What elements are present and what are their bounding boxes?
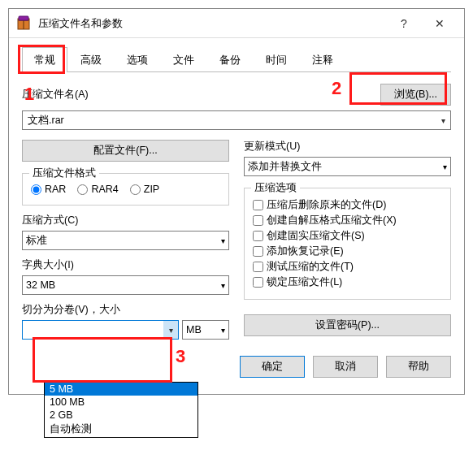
format-zip[interactable]: ZIP <box>130 184 159 195</box>
annotation-number-2: 2 <box>332 78 341 99</box>
close-button[interactable]: ✕ <box>422 11 458 37</box>
opt-lock[interactable]: 锁定压缩文件(L) <box>253 275 442 289</box>
split-size-input[interactable] <box>23 321 163 339</box>
chevron-down-icon: ▾ <box>443 162 447 171</box>
split-size-combo[interactable]: ▾ <box>22 320 179 340</box>
ok-button[interactable]: 确定 <box>240 356 305 378</box>
help-button[interactable]: ? <box>386 11 422 37</box>
chevron-down-icon[interactable]: ▾ <box>163 321 178 339</box>
split-option[interactable]: 100 MB <box>45 396 197 403</box>
annotation-number-3: 3 <box>176 346 185 367</box>
format-group-title: 压缩文件格式 <box>29 167 99 180</box>
chevron-down-icon: ▾ <box>221 326 225 335</box>
compression-method-select[interactable]: 标准 ▾ <box>22 231 229 250</box>
split-size-dropdown[interactable]: 5 MB 100 MB 2 GB 自动检测 <box>44 382 198 403</box>
format-rar[interactable]: RAR <box>31 184 66 195</box>
chevron-down-icon: ▾ <box>221 281 225 290</box>
options-group-title: 压缩选项 <box>251 181 300 195</box>
tab-files[interactable]: 文件 <box>161 47 206 72</box>
annotation-number-1: 1 <box>24 84 34 105</box>
update-mode-label: 更新模式(U) <box>244 140 451 154</box>
update-mode-select[interactable]: 添加并替换文件 ▾ <box>244 157 451 176</box>
opt-test[interactable]: 测试压缩的文件(T) <box>253 260 442 274</box>
tab-general[interactable]: 常规 <box>22 47 67 72</box>
format-rar4[interactable]: RAR4 <box>77 184 118 195</box>
content-area: 常规 高级 选项 文件 备份 时间 注释 压缩文件名(A) 浏览(B)... ▾… <box>9 38 464 394</box>
titlebar: 压缩文件名和参数 ? ✕ <box>9 9 464 38</box>
split-label: 切分为分卷(V)，大小 <box>22 303 229 317</box>
opt-sfx[interactable]: 创建自解压格式压缩文件(X) <box>253 214 442 227</box>
window-title: 压缩文件名和参数 <box>38 16 386 31</box>
opt-delete-after[interactable]: 压缩后删除原来的文件(D) <box>253 198 442 212</box>
help-button-footer[interactable]: 帮助 <box>386 356 451 378</box>
dialog-window: 压缩文件名和参数 ? ✕ 常规 高级 选项 文件 备份 时间 注释 压缩文件名(… <box>8 8 465 395</box>
dialog-footer: 确定 取消 帮助 <box>22 351 451 378</box>
tab-options[interactable]: 选项 <box>115 47 160 72</box>
archive-name-input[interactable] <box>23 111 436 129</box>
opt-solid[interactable]: 创建固实压缩文件(S) <box>253 229 442 243</box>
dictionary-size-select[interactable]: 32 MB ▾ <box>22 275 229 295</box>
update-mode-value: 添加并替换文件 <box>248 160 322 174</box>
set-password-button[interactable]: 设置密码(P)... <box>244 314 451 336</box>
opt-recovery[interactable]: 添加恢复记录(E) <box>253 244 442 258</box>
tab-bar: 常规 高级 选项 文件 备份 时间 注释 <box>22 46 451 72</box>
tab-advanced[interactable]: 高级 <box>68 47 114 72</box>
tab-backup[interactable]: 备份 <box>207 47 253 72</box>
method-label: 压缩方式(C) <box>22 214 229 227</box>
chevron-down-icon: ▾ <box>221 236 225 245</box>
cancel-button[interactable]: 取消 <box>313 356 378 378</box>
archive-name-combo[interactable]: ▾ <box>22 110 451 130</box>
tab-time[interactable]: 时间 <box>254 47 299 72</box>
method-value: 标准 <box>26 234 47 248</box>
svg-rect-3 <box>19 16 28 20</box>
app-icon <box>15 15 32 32</box>
profiles-button[interactable]: 配置文件(F)... <box>22 140 229 162</box>
browse-button[interactable]: 浏览(B)... <box>380 84 451 106</box>
tab-comment[interactable]: 注释 <box>300 47 345 72</box>
split-unit-value: MB <box>186 324 202 335</box>
split-unit-select[interactable]: MB ▾ <box>182 320 229 340</box>
chevron-down-icon[interactable]: ▾ <box>436 111 450 129</box>
dict-value: 32 MB <box>26 279 55 291</box>
dict-label: 字典大小(I) <box>22 258 229 272</box>
split-option[interactable]: 5 MB <box>45 383 197 396</box>
